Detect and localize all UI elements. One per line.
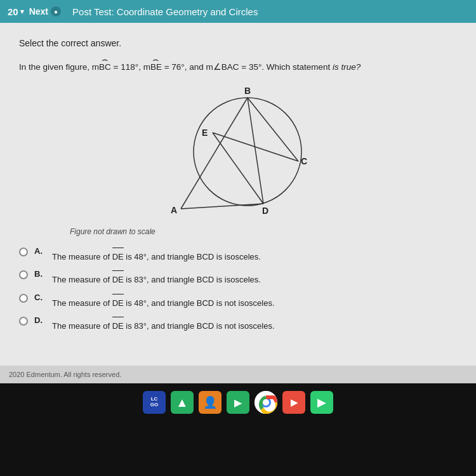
option-d-text: The measure of DE is 83°, and triangle B… — [52, 315, 275, 332]
taskbar-icon-youtube[interactable]: ▶ — [282, 391, 305, 414]
taskbar-icon-triangle[interactable]: ▲ — [171, 391, 194, 414]
taskbar-icon-lcgo[interactable]: LCGO — [143, 391, 166, 414]
arc-de-a: DE — [112, 248, 124, 263]
next-label: Next — [29, 6, 48, 17]
page-title: Post Test: Coordinate Geometry and Circl… — [72, 6, 258, 17]
taskbar-icon-play[interactable]: ▶ — [227, 391, 249, 414]
radio-d[interactable] — [19, 317, 28, 326]
svg-text:A: A — [171, 205, 177, 215]
option-b-text: The measure of DE is 83°, and triangle B… — [52, 269, 261, 286]
arc-de-d: DE — [112, 317, 124, 332]
svg-text:E: E — [202, 128, 208, 138]
options-container: A. The measure of DE is 48°, and triangl… — [19, 246, 457, 332]
arc-de-b: DE — [112, 270, 124, 286]
option-a[interactable]: A. The measure of DE is 48°, and triangl… — [19, 246, 457, 263]
svg-point-0 — [194, 98, 301, 206]
geometry-figure: B C D E A — [136, 85, 340, 225]
option-b[interactable]: B. The measure of DE is 83°, and triangl… — [19, 269, 457, 286]
option-c[interactable]: C. The measure of DE is 48°, and triangl… — [19, 293, 457, 309]
radio-c[interactable] — [19, 294, 28, 303]
option-d-label: D. — [34, 315, 46, 325]
option-b-label: B. — [34, 269, 46, 279]
taskbar: LCGO ▲ 👤 ▶ ▶ ▶ — [0, 383, 476, 476]
question-number: 20 ▾ — [8, 6, 24, 17]
arc-de-c: DE — [112, 294, 124, 309]
svg-line-1 — [181, 98, 248, 209]
content-area: Select the correct answer. In the given … — [0, 23, 476, 366]
radio-b[interactable] — [19, 270, 28, 279]
option-d[interactable]: D. The measure of DE is 83°, and triangl… — [19, 315, 457, 332]
next-icon: ● — [51, 6, 61, 17]
next-button[interactable]: Next ● — [29, 6, 61, 17]
question-number-label: 20 — [8, 6, 18, 17]
svg-line-5 — [213, 133, 298, 161]
arc-be: BE — [150, 57, 162, 74]
option-a-text: The measure of DE is 48°, and triangle B… — [52, 246, 261, 263]
radio-a[interactable] — [19, 248, 28, 256]
svg-line-6 — [213, 133, 263, 204]
footer: 2020 Edmentum. All rights reserved. — [0, 366, 476, 383]
svg-text:B: B — [244, 86, 251, 96]
copyright-text: 2020 Edmentum. All rights reserved. — [9, 371, 121, 378]
instruction-text: Select the correct answer. — [19, 38, 457, 48]
svg-line-3 — [248, 98, 263, 204]
svg-text:D: D — [262, 206, 268, 216]
option-c-label: C. — [34, 293, 46, 302]
top-bar: 20 ▾ Next ● Post Test: Coordinate Geomet… — [0, 0, 476, 23]
taskbar-icon-person[interactable]: 👤 — [199, 391, 221, 414]
figure-container: B C D E A Figure not drawn to scale — [19, 85, 457, 236]
taskbar-icon-chrome[interactable] — [255, 391, 277, 414]
figure-caption: Figure not drawn to scale — [70, 227, 155, 236]
svg-text:C: C — [301, 156, 307, 166]
svg-point-14 — [263, 399, 269, 406]
option-c-text: The measure of DE is 48°, and triangle B… — [52, 293, 275, 309]
arc-bc: BC — [99, 57, 111, 74]
svg-line-2 — [181, 204, 263, 209]
question-text: In the given figure, mBC = 118°, mBE = 7… — [19, 57, 457, 74]
taskbar-icons: LCGO ▲ 👤 ▶ ▶ ▶ — [143, 391, 333, 414]
taskbar-icon-arrow[interactable]: ▶ — [310, 391, 333, 414]
chevron-down-icon: ▾ — [20, 8, 24, 16]
option-a-label: A. — [34, 246, 46, 256]
